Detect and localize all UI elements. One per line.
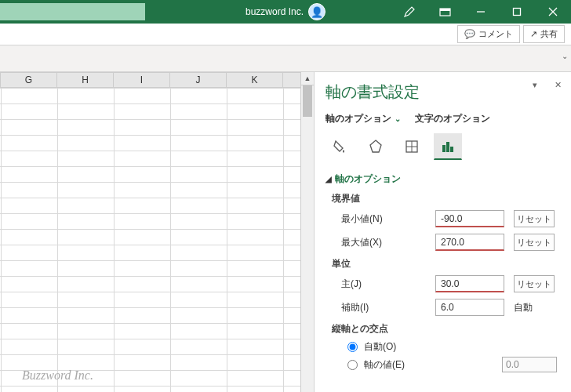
- col-header[interactable]: J: [170, 73, 227, 87]
- maximize-button[interactable]: [499, 0, 535, 24]
- row-minor: 補助(I) 自動: [326, 299, 560, 316]
- chevron-down-icon: ⌄: [395, 114, 401, 123]
- comment-label: コメント: [478, 28, 513, 40]
- formula-expand-icon[interactable]: ⌄: [562, 52, 568, 60]
- share-label: 共有: [540, 28, 558, 40]
- scroll-up-icon[interactable]: ▲: [301, 72, 314, 85]
- tab-text-options[interactable]: 文字のオプション: [415, 112, 490, 125]
- titlebar: buzzword Inc. 👤: [0, 0, 571, 24]
- svg-rect-10: [442, 145, 446, 152]
- pane-tabs: 軸のオプション ⌄ 文字のオプション: [326, 112, 560, 125]
- scroll-thumb[interactable]: [303, 85, 312, 117]
- cross-auto-radio[interactable]: [347, 342, 358, 352]
- pane-controls: ▾ ✕: [533, 80, 562, 90]
- cross-auto-label: 自動(O): [364, 340, 396, 354]
- cross-value-row[interactable]: 軸の値(E): [347, 357, 560, 372]
- ribbon-bar: 💬 コメント ↗ 共有: [0, 24, 571, 45]
- svg-rect-11: [446, 142, 449, 152]
- comment-button[interactable]: 💬 コメント: [457, 25, 520, 43]
- reset-major-button[interactable]: リセット: [514, 275, 555, 292]
- app-title: buzzword Inc.: [245, 6, 304, 17]
- tab-axis-options[interactable]: 軸のオプション ⌄: [326, 112, 401, 125]
- vertical-scrollbar[interactable]: ▲: [300, 72, 314, 392]
- section-axis-options[interactable]: ◢ 軸のオプション: [326, 172, 560, 186]
- major-label: 主(J): [341, 278, 435, 291]
- close-button[interactable]: [535, 0, 571, 24]
- col-header[interactable]: G: [1, 73, 57, 87]
- major-input[interactable]: [435, 275, 504, 292]
- svg-rect-12: [450, 147, 453, 152]
- axis-options-icon[interactable]: [434, 133, 462, 160]
- pane-menu-icon[interactable]: ▾: [533, 80, 537, 90]
- cross-auto-row[interactable]: 自動(O): [347, 340, 560, 354]
- collapse-triangle-icon: ◢: [326, 175, 332, 183]
- scroll-track[interactable]: [301, 85, 314, 392]
- fill-icon[interactable]: [326, 133, 354, 160]
- titlebar-controls: [391, 0, 571, 24]
- pen-icon[interactable]: [391, 0, 427, 24]
- reset-max-button[interactable]: リセット: [514, 234, 555, 251]
- effects-icon[interactable]: [362, 133, 390, 160]
- spreadsheet-grid[interactable]: G H I J K Buzzword Inc.: [0, 72, 300, 392]
- group-cross: 縦軸との交点: [332, 322, 560, 336]
- max-label: 最大値(X): [341, 236, 435, 249]
- col-header[interactable]: H: [57, 73, 114, 87]
- cross-value-label: 軸の値(E): [364, 358, 405, 372]
- ribbon-display-icon[interactable]: [427, 0, 463, 24]
- column-headers: G H I J K: [0, 72, 300, 88]
- user-avatar[interactable]: 👤: [308, 3, 326, 20]
- col-header[interactable]: K: [227, 73, 283, 87]
- grid-side: G H I J K Buzzword Inc. ▲: [0, 72, 314, 392]
- svg-rect-3: [514, 9, 521, 16]
- pane-icon-tabs: [326, 133, 560, 160]
- reset-min-button[interactable]: リセット: [514, 210, 555, 227]
- group-bounds: 境界値: [332, 192, 560, 205]
- row-max: 最大値(X) リセット: [326, 234, 560, 251]
- min-label: 最小値(N): [341, 212, 435, 226]
- formula-bar-area: ⌄: [0, 45, 571, 72]
- minor-auto-label: 自動: [514, 301, 533, 314]
- max-input[interactable]: [435, 234, 504, 251]
- format-axis-pane: ▾ ✕ 軸の書式設定 軸のオプション ⌄ 文字のオプション: [314, 72, 571, 392]
- group-units: 単位: [332, 257, 560, 270]
- svg-marker-6: [370, 140, 381, 152]
- share-button[interactable]: ↗ 共有: [523, 25, 565, 43]
- col-header[interactable]: I: [114, 73, 170, 87]
- minor-input[interactable]: [435, 299, 504, 316]
- pane-title: 軸の書式設定: [326, 82, 560, 103]
- pane-close-icon[interactable]: ✕: [555, 80, 562, 90]
- size-icon[interactable]: [398, 133, 426, 160]
- comment-icon: 💬: [464, 29, 475, 39]
- min-input[interactable]: [435, 210, 504, 227]
- cross-value-radio[interactable]: [347, 360, 358, 370]
- cross-value-input: [502, 357, 557, 372]
- titlebar-center: buzzword Inc. 👤: [245, 3, 326, 20]
- minor-label: 補助(I): [341, 301, 435, 314]
- row-major: 主(J) リセット: [326, 275, 560, 292]
- svg-rect-1: [440, 9, 450, 11]
- share-icon: ↗: [530, 29, 537, 39]
- minimize-button[interactable]: [463, 0, 499, 24]
- quick-access-area: [0, 3, 145, 20]
- watermark: Buzzword Inc.: [22, 368, 93, 383]
- sheet-cells[interactable]: [0, 88, 300, 392]
- main-area: G H I J K Buzzword Inc. ▲ ▾ ✕ 軸の書式設定: [0, 72, 571, 392]
- gridlines: [0, 88, 300, 392]
- row-min: 最小値(N) リセット: [326, 210, 560, 227]
